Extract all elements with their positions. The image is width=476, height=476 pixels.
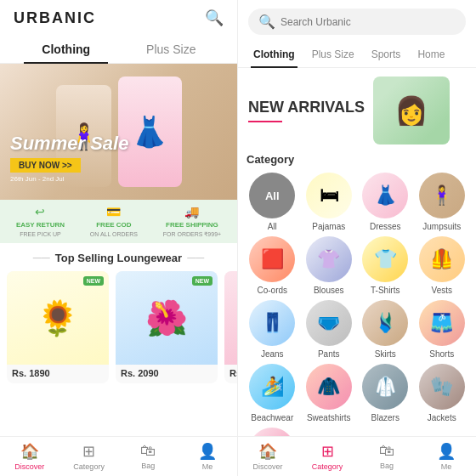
right-category-icon: ⊞ (321, 442, 334, 461)
perks-bar: ↩ EASY RETURN FREE PICK UP 💳 FREE COD ON… (0, 200, 237, 243)
right-tab-home[interactable]: Home (409, 42, 453, 67)
right-nav-category[interactable]: ⊞ Category (298, 437, 357, 476)
left-nav-me[interactable]: 👤 Me (178, 437, 237, 476)
category-item-jackets[interactable]: Jackets (416, 364, 468, 422)
category-grid: AllAllPajamasDressesJumpsuitsCo-ordsBlou… (246, 173, 468, 436)
category-label-blazers: Blazers (371, 413, 400, 422)
right-nav-discover-label: Discover (252, 462, 282, 471)
right-nav-category-label: Category (312, 462, 343, 471)
left-nav-category-label: Category (73, 462, 105, 471)
new-arrivals-label: NEW ARRIVALS (248, 99, 365, 117)
search-input[interactable] (280, 16, 456, 28)
category-item-jeans[interactable]: Jeans (246, 300, 298, 359)
left-header: URBANIC 🔍 (0, 0, 237, 36)
buy-now-button[interactable]: BUY NOW >> (10, 158, 81, 173)
category-item-tshirts[interactable]: T-Shirts (360, 236, 411, 295)
category-item-skirts[interactable]: Skirts (360, 300, 411, 359)
new-badge-1: NEW (83, 276, 104, 286)
perk-cod-title: FREE COD (96, 221, 131, 229)
category-item-all[interactable]: AllAll (246, 173, 298, 231)
right-nav-bag[interactable]: 🛍 Bag (357, 437, 416, 476)
tab-clothing[interactable]: Clothing (14, 36, 119, 63)
right-discover-icon: 🏠 (258, 442, 277, 461)
tab-plus-size[interactable]: Plus Size (119, 36, 224, 63)
perk-shipping: 🚚 FREE SHIPPING FOR ORDERS ₹999+ (163, 205, 221, 238)
arrivals-model-image: 👩 (373, 76, 450, 144)
summer-sale-banner: 🧍‍♀️ 👗 Summer Sale BUY NOW >> 26th Jun -… (0, 64, 237, 200)
product-price-1: Rs. 1890 (7, 365, 109, 383)
category-item-shorts[interactable]: Shorts (416, 300, 468, 359)
perk-cod: 💳 FREE COD ON ALL ORDERS (90, 205, 138, 238)
banner-text-overlay: Summer Sale BUY NOW >> 26th Jun - 2nd Ju… (10, 133, 128, 183)
category-label-skirts: Skirts (375, 349, 396, 359)
category-item-vests[interactable]: Vests (416, 236, 468, 295)
category-item-coords[interactable]: Co-ords (246, 236, 298, 295)
product-price-2: Rs. 2090 (116, 365, 218, 383)
search-icon[interactable]: 🔍 (205, 8, 224, 27)
category-label-shorts: Shorts (429, 349, 454, 359)
perk-cod-sub: ON ALL ORDERS (90, 231, 138, 237)
category-label-blouses: Blouses (314, 286, 344, 295)
category-item-pajamas[interactable]: Pajamas (303, 173, 355, 231)
category-label: Category (246, 153, 468, 166)
left-nav-bag[interactable]: 🛍 Bag (119, 437, 178, 476)
category-item-earrings[interactable]: Earrings (246, 428, 298, 436)
category-label-all: All (268, 222, 277, 231)
right-tab-sports[interactable]: Sports (363, 42, 410, 67)
section-title-loungewear: Top Selling Loungewear (0, 243, 237, 271)
category-label-jumpsuits: Jumpsuits (422, 222, 461, 231)
loungewear-grid: 🌻 NEW Rs. 1890 🌺 NEW Rs. 2090 💐 Rs. 12 (0, 271, 237, 383)
category-item-beachwear[interactable]: Beachwear (246, 364, 298, 422)
category-item-pants[interactable]: Pants (303, 300, 355, 359)
product-image-1: 🌻 NEW (7, 271, 109, 365)
right-tab-clothing[interactable]: Clothing (245, 42, 303, 67)
left-tabs: Clothing Plus Size (0, 36, 237, 64)
left-nav-discover[interactable]: 🏠 Discover (0, 437, 60, 476)
sale-date: 26th Jun - 2nd Jul (10, 175, 128, 183)
left-nav-bag-label: Bag (141, 462, 155, 470)
me-icon: 👤 (198, 442, 217, 461)
right-me-icon: 👤 (437, 442, 456, 461)
right-content: NEW ARRIVALS 👩 Category AllAllPajamasDre… (238, 68, 476, 436)
right-tab-plus-size[interactable]: Plus Size (303, 42, 363, 67)
category-item-jumpsuits[interactable]: Jumpsuits (416, 173, 468, 231)
category-label-coords: Co-ords (257, 286, 287, 295)
new-arrivals-banner: NEW ARRIVALS 👩 (238, 68, 476, 153)
product-card-1[interactable]: 🌻 NEW Rs. 1890 (7, 271, 109, 383)
right-nav-me-label: Me (441, 462, 452, 471)
category-item-blouses[interactable]: Blouses (303, 236, 355, 295)
search-bar: 🔍 (238, 0, 476, 42)
category-label-beachwear: Beachwear (251, 413, 293, 422)
search-input-box[interactable]: 🔍 (248, 8, 466, 35)
product-image-3: 💐 (224, 271, 237, 365)
search-icon-right: 🔍 (258, 14, 275, 30)
product-card-2[interactable]: 🌺 NEW Rs. 2090 (116, 271, 218, 383)
right-nav-me[interactable]: 👤 Me (416, 437, 476, 476)
category-item-dresses[interactable]: Dresses (360, 173, 411, 231)
left-nav-category[interactable]: ⊞ Category (60, 437, 119, 476)
perk-return-sub: FREE PICK UP (20, 231, 61, 237)
category-label-jeans: Jeans (261, 349, 284, 359)
right-nav-discover[interactable]: 🏠 Discover (238, 437, 298, 476)
category-label-tshirts: T-Shirts (371, 286, 400, 295)
category-label-jackets: Jackets (428, 413, 456, 422)
perk-return-title: EASY RETURN (16, 221, 65, 229)
category-item-sweatshirts[interactable]: Sweatshirts (303, 364, 355, 422)
perk-easy-return: ↩ EASY RETURN FREE PICK UP (16, 205, 65, 238)
right-nav-bag-label: Bag (380, 462, 394, 470)
left-nav-me-label: Me (202, 462, 213, 471)
right-bag-icon: 🛍 (379, 442, 394, 460)
cod-icon: 💳 (106, 205, 121, 218)
product-card-3[interactable]: 💐 Rs. 12 (224, 271, 237, 383)
right-panel: 🔍 Clothing Plus Size Sports Home NEW ARR… (238, 0, 476, 476)
category-item-blazers[interactable]: Blazers (360, 364, 411, 422)
perk-shipping-sub: FOR ORDERS ₹999+ (163, 231, 221, 238)
right-tabs: Clothing Plus Size Sports Home (238, 42, 476, 68)
return-icon: ↩ (35, 205, 45, 218)
right-bottom-nav: 🏠 Discover ⊞ Category 🛍 Bag 👤 Me (238, 436, 476, 476)
product-price-3: Rs. 12 (224, 365, 237, 383)
bag-icon: 🛍 (140, 442, 156, 460)
category-icon: ⊞ (82, 442, 95, 461)
discover-icon: 🏠 (20, 442, 39, 461)
left-nav-discover-label: Discover (14, 462, 44, 471)
